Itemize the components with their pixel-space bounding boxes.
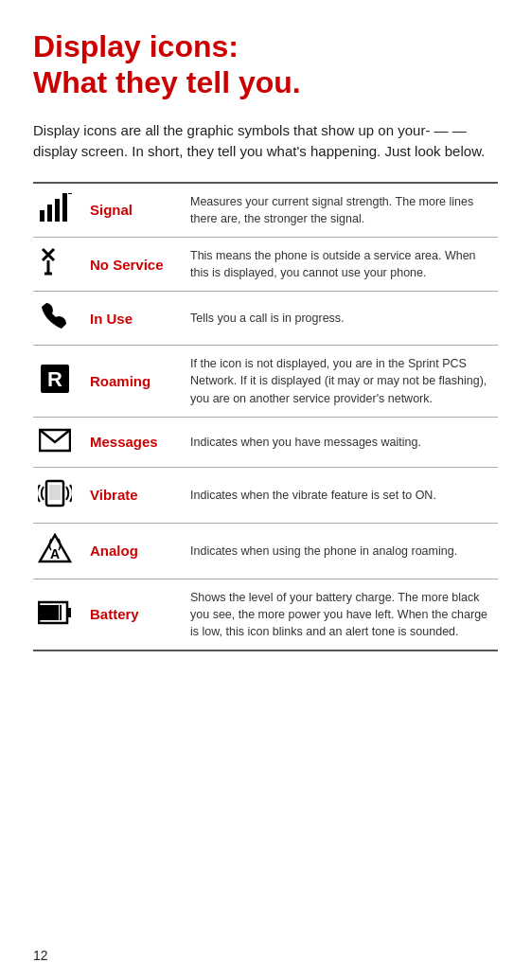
in-use-icon-cell [33, 292, 82, 346]
battery-desc: Shows the level of your battery charge. … [186, 579, 498, 650]
table-row: R Roaming If the icon is not displayed, … [33, 346, 498, 417]
signal-icon [38, 193, 72, 223]
no-service-icon-cell [33, 238, 82, 292]
svg-rect-17 [67, 608, 71, 617]
svg-rect-3 [62, 193, 67, 222]
icons-table: Signal Measures your current signal stre… [33, 184, 498, 651]
analog-icon-cell: A [33, 523, 82, 579]
svg-rect-2 [55, 199, 60, 222]
table-row: No Service This means the phone is outsi… [33, 238, 498, 292]
messages-label: Messages [82, 417, 186, 467]
messages-icon [39, 427, 71, 454]
signal-icon-cell [33, 184, 82, 238]
svg-rect-1 [47, 205, 52, 222]
vibrate-desc: Indicates when the vibrate feature is se… [186, 467, 498, 523]
battery-label: Battery [82, 579, 186, 650]
vibrate-icon-cell [33, 467, 82, 523]
roaming-label: Roaming [82, 346, 186, 417]
vibrate-icon [38, 477, 72, 509]
svg-text:R: R [47, 367, 62, 391]
messages-desc: Indicates when you have messages waiting… [186, 417, 498, 467]
svg-rect-13 [49, 485, 61, 500]
table-row: Signal Measures your current signal stre… [33, 184, 498, 238]
analog-desc: Indicates when using the phone in analog… [186, 523, 498, 579]
no-service-icon [39, 247, 71, 277]
svg-rect-0 [40, 210, 44, 222]
signal-desc: Measures your current signal strength. T… [186, 184, 498, 238]
svg-text:A: A [50, 546, 60, 561]
battery-icon-cell [33, 579, 82, 650]
roaming-desc: If the icon is not displayed, you are in… [186, 346, 498, 417]
table-row: A Analog Indicates when using the phone … [33, 523, 498, 579]
table-row: Messages Indicates when you have message… [33, 417, 498, 467]
page-number: 12 [33, 948, 48, 963]
battery-icon [38, 597, 72, 628]
analog-label: Analog [82, 523, 186, 579]
intro-paragraph: Display icons are all the graphic symbol… [33, 120, 498, 163]
table-row: Vibrate Indicates when the vibrate featu… [33, 467, 498, 523]
analog-icon: A [38, 533, 72, 565]
roaming-icon: R [39, 363, 71, 395]
page-title: Display icons: What they tell you. [33, 28, 498, 101]
messages-icon-cell [33, 417, 82, 467]
roaming-icon-cell: R [33, 346, 82, 417]
no-service-desc: This means the phone is outside a servic… [186, 238, 498, 292]
table-row: Battery Shows the level of your battery … [33, 579, 498, 650]
no-service-label: No Service [82, 238, 186, 292]
in-use-label: In Use [82, 292, 186, 346]
in-use-icon [41, 301, 69, 331]
vibrate-label: Vibrate [82, 467, 186, 523]
in-use-desc: Tells you a call is in progress. [186, 292, 498, 346]
table-row: In Use Tells you a call is in progress. [33, 292, 498, 346]
signal-label: Signal [82, 184, 186, 238]
